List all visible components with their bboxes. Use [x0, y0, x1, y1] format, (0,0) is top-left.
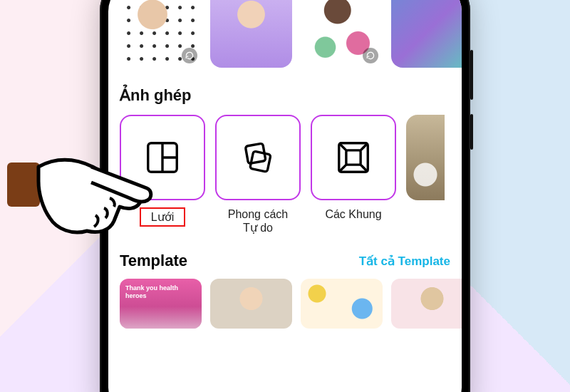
artwork-thumb[interactable]: [210, 0, 292, 68]
reload-icon: [182, 48, 197, 63]
section-title-collage: Ảnh ghép: [120, 86, 450, 105]
section-title-template: Template: [120, 252, 187, 270]
top-thumbnails-row: [120, 0, 450, 68]
svg-rect-11: [7, 163, 40, 207]
collage-preview-thumb[interactable]: [406, 115, 445, 200]
template-thumb[interactable]: [391, 279, 462, 329]
phone-side-button: [470, 50, 473, 100]
pointing-hand-icon: [7, 143, 157, 249]
template-thumb[interactable]: Thank you health heroes: [120, 279, 202, 329]
phone-screen: Ảnh ghép: [108, 0, 462, 392]
template-thumb[interactable]: [210, 279, 292, 329]
collage-cards-row: [120, 115, 450, 200]
collage-labels-row: Lưới Phong cách Tự do Các Khung: [120, 207, 450, 234]
frame-icon: [334, 138, 373, 177]
collage-label-frames: Các Khung: [311, 207, 396, 234]
collage-label-freestyle: Phong cách Tự do: [215, 207, 301, 234]
template-header: Template Tất cả Template: [120, 252, 450, 270]
label-text: Tự do: [243, 222, 273, 234]
artwork-thumb[interactable]: [120, 0, 202, 68]
artwork-thumb[interactable]: [301, 0, 383, 68]
label-text: Các Khung: [325, 208, 381, 220]
freestyle-icon: [239, 138, 277, 177]
template-thumbnails-row: Thank you health heroes: [120, 279, 450, 329]
see-all-templates-link[interactable]: Tất cả Template: [359, 254, 450, 269]
artwork-thumb[interactable]: [391, 0, 462, 68]
template-caption: Thank you health heroes: [125, 284, 196, 299]
collage-card-freestyle[interactable]: [215, 115, 301, 200]
svg-rect-6: [346, 150, 361, 165]
phone-side-button: [470, 114, 473, 150]
collage-card-frames[interactable]: [311, 115, 396, 200]
reload-icon: [363, 48, 378, 63]
template-thumb[interactable]: [301, 279, 383, 329]
label-text: Phong cách: [228, 208, 289, 220]
